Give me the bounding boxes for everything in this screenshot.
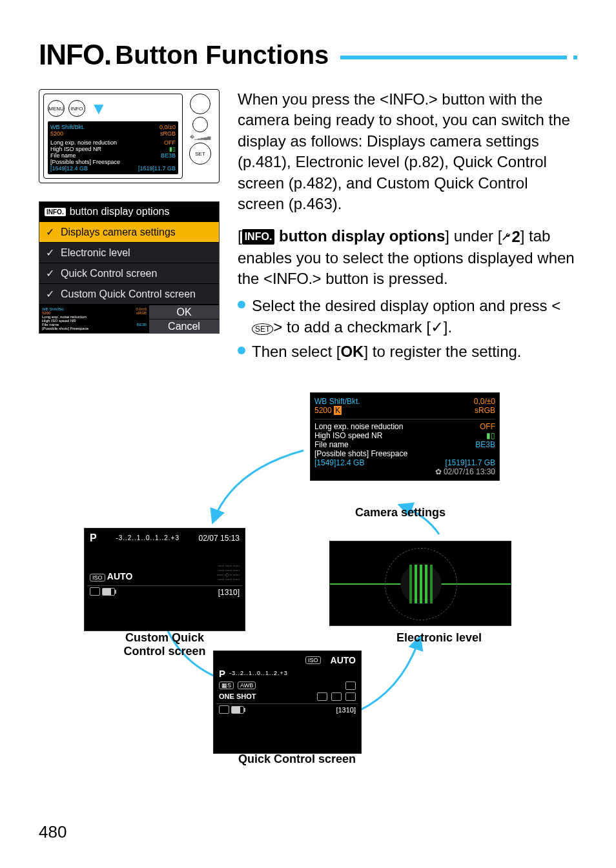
check-icon: ✓ [46, 247, 54, 259]
wrench-icon [502, 232, 511, 241]
info-tag-icon: INFO. [45, 208, 66, 216]
heading-rule [340, 56, 567, 59]
bullet-icon [238, 347, 245, 354]
battery-icon [231, 706, 244, 714]
check-icon: ✓ [46, 267, 54, 279]
cancel-button[interactable]: Cancel [149, 319, 219, 333]
menu-item-camera-settings[interactable]: ✓ Displays camera settings [39, 221, 219, 242]
bullet-icon [238, 301, 245, 308]
set-dial-icon: SET [189, 143, 211, 165]
check-icon: ✓ [46, 288, 54, 300]
menu-knob: MENU [48, 100, 65, 117]
menu-item-quick-control[interactable]: ✓ Quick Control screen [39, 263, 219, 283]
meter-icon [317, 692, 327, 701]
caption-custom-quick-control: Custom Quick Control screen [110, 631, 220, 658]
camera-lcd: WB Shift/Bkt.0,0/±0 5200sRGB Long exp. n… [48, 121, 178, 174]
info-glyph: INFO. [389, 90, 429, 108]
folder-icon [345, 692, 356, 701]
arrow-down-icon: ▼ [90, 102, 107, 115]
heading-info-glyph: INFO. [39, 39, 111, 71]
check-icon: ✓ [46, 226, 54, 238]
info-tag-icon: INFO. [242, 229, 275, 245]
q-icon [219, 705, 229, 714]
page-heading: INFO. Button Functions [39, 39, 577, 71]
ok-button[interactable]: OK [149, 305, 219, 319]
menu-title: button display options [70, 206, 170, 217]
info-glyph: INFO. [272, 270, 313, 287]
heading-text: Button Functions [115, 41, 329, 70]
battery-icon [102, 588, 115, 596]
caption-electronic-level: Electronic level [375, 631, 504, 645]
info-display-options-menu: INFO. button display options ✓ Displays … [39, 201, 220, 334]
panel-electronic-level [329, 541, 511, 626]
caption-quick-control: Quick Control screen [226, 752, 368, 766]
menu-preview-thumb: WB Shift/Bkt.0,0/±0 5200sRGB Long exp. n… [39, 305, 149, 333]
set-icon: SET [252, 323, 273, 335]
body-text: When you press the <INFO.> button with t… [238, 89, 577, 367]
camera-illustration: MENU INFO ▼ WB Shift/Bkt.0,0/±0 5200sRGB… [39, 89, 220, 183]
caption-camera-settings: Camera settings [329, 506, 471, 520]
panel-quick-control: ISO AUTO P-3..2..1..0..1..2.+3 ▦SAWB ONE… [213, 651, 362, 754]
display-cycle-diagram: WB Shift/Bkt.0,0/±0 5200 KsRGB Long exp.… [39, 392, 577, 780]
q-icon [90, 587, 100, 596]
menu-item-custom-quick-control[interactable]: ✓ Custom Quick Control screen [39, 283, 219, 304]
info-knob: INFO [68, 100, 85, 117]
panel-custom-quick-control: P -3..2..1..0..1..2.+3 02/07 15:13 ISO A… [84, 528, 245, 631]
wifi-icon [345, 681, 356, 690]
menu-item-electronic-level[interactable]: ✓ Electronic level [39, 242, 219, 263]
page-number: 480 [39, 822, 67, 842]
panel-camera-settings: WB Shift/Bkt.0,0/±0 5200 KsRGB Long exp.… [310, 392, 500, 481]
